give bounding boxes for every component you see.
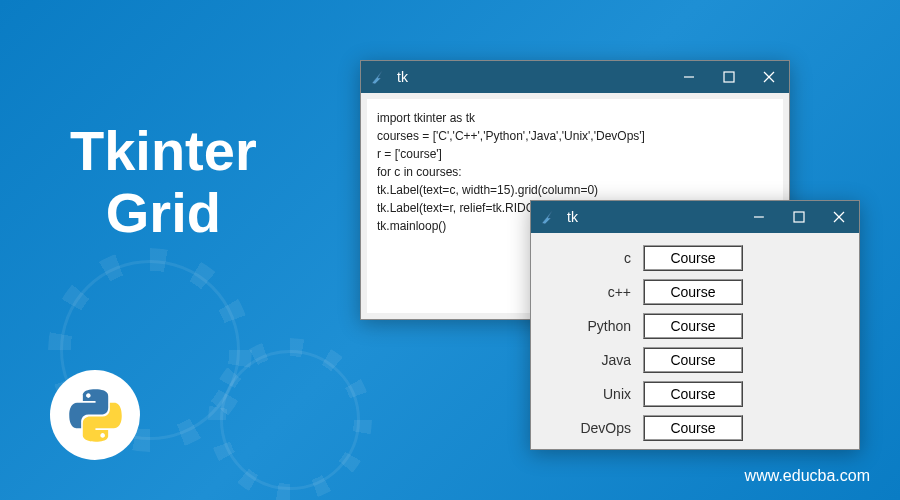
row-value: Course [643, 415, 743, 441]
row-label: Java [543, 352, 643, 368]
footer-url: www.educba.com [745, 467, 870, 485]
code-line: courses = ['C','C++','Python','Java','Un… [377, 127, 773, 145]
minimize-button[interactable] [739, 201, 779, 233]
page-title: TkinterGrid [70, 120, 257, 243]
row-value: Course [643, 279, 743, 305]
svg-rect-1 [724, 72, 734, 82]
table-row: Python Course [543, 313, 847, 339]
row-value: Course [643, 245, 743, 271]
code-line: r = ['course'] [377, 145, 773, 163]
table-row: c++ Course [543, 279, 847, 305]
svg-rect-5 [794, 212, 804, 222]
titlebar[interactable]: tk [531, 201, 859, 233]
row-label: Unix [543, 386, 643, 402]
code-line: for c in courses: [377, 163, 773, 181]
row-value: Course [643, 381, 743, 407]
gear-decoration [220, 350, 360, 490]
table-row: Unix Course [543, 381, 847, 407]
python-icon [68, 388, 123, 443]
code-line: tk.Label(text=c, width=15).grid(column=0… [377, 181, 773, 199]
python-logo-badge [50, 370, 140, 460]
row-label: Python [543, 318, 643, 334]
row-value: Course [643, 347, 743, 373]
maximize-button[interactable] [709, 61, 749, 93]
output-window: tk c Course c++ Course Python Course Jav… [530, 200, 860, 450]
tkinter-feather-icon [539, 209, 555, 225]
minimize-button[interactable] [669, 61, 709, 93]
row-value: Course [643, 313, 743, 339]
window-title: tk [397, 69, 408, 85]
row-label: c [543, 250, 643, 266]
row-label: DevOps [543, 420, 643, 436]
table-row: c Course [543, 245, 847, 271]
grid-body: c Course c++ Course Python Course Java C… [531, 233, 859, 449]
window-title: tk [567, 209, 578, 225]
tkinter-feather-icon [369, 69, 385, 85]
code-line: import tkinter as tk [377, 109, 773, 127]
titlebar[interactable]: tk [361, 61, 789, 93]
close-button[interactable] [819, 201, 859, 233]
table-row: DevOps Course [543, 415, 847, 441]
row-label: c++ [543, 284, 643, 300]
maximize-button[interactable] [779, 201, 819, 233]
table-row: Java Course [543, 347, 847, 373]
close-button[interactable] [749, 61, 789, 93]
